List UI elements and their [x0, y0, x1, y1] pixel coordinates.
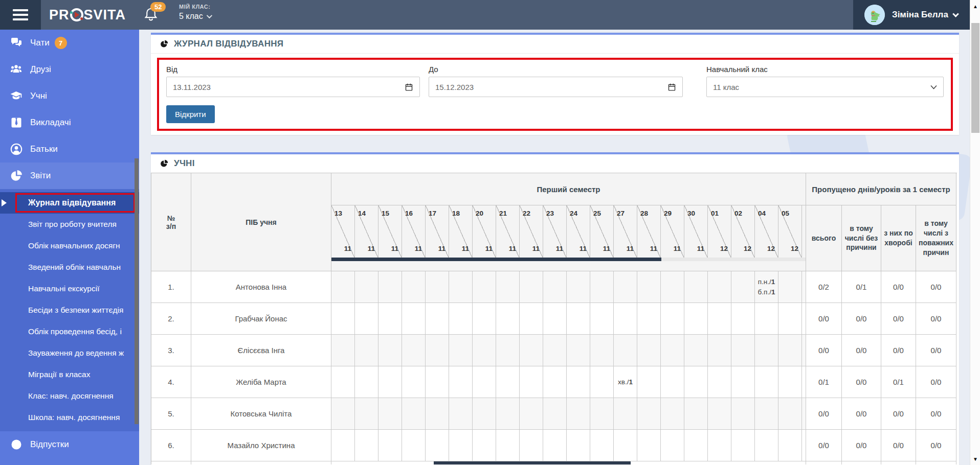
column-header-number: №з/п: [151, 173, 191, 271]
attendance-cell: [378, 303, 402, 335]
app-logo[interactable]: PR SVITA: [49, 0, 126, 30]
attendance-cell-partial: [802, 398, 806, 430]
student-name-cell[interactable]: Котовська Чиліта: [191, 398, 331, 430]
student-name-cell[interactable]: Єлісєєва Інга: [191, 335, 331, 366]
summary-value-cell: 0/0: [842, 366, 881, 398]
sidebar-item-chat[interactable]: Чати7: [0, 30, 139, 56]
attendance-cell: [378, 335, 402, 366]
partial-row-cell: [191, 461, 331, 464]
attendance-cell: [590, 366, 614, 398]
date-to-label: До: [429, 65, 683, 74]
attendance-cell: [449, 430, 473, 461]
attendance-cell: [402, 430, 426, 461]
attendance-cell: [567, 335, 590, 366]
hamburger-icon: [13, 9, 28, 11]
sidebar-item-grad[interactable]: Учні: [0, 83, 139, 109]
user-menu[interactable]: Зіміна Белла: [853, 0, 970, 30]
sidebar-item-pie[interactable]: Звіти: [0, 162, 139, 189]
attendance-cell: [755, 303, 778, 335]
date-month: 12: [767, 245, 775, 252]
attendance-cell: [661, 303, 684, 335]
attendance-cell: [331, 271, 355, 303]
date-header-17-11: 1711: [426, 205, 449, 258]
attendance-cell: [473, 366, 496, 398]
attendance-cell: [708, 430, 731, 461]
attendance-cell: [731, 271, 755, 303]
select-caret-icon: [930, 85, 937, 89]
attendance-cell: [378, 430, 402, 461]
sidebar-item-label: Відпустки: [30, 439, 69, 450]
date-day: 01: [711, 210, 719, 217]
scrollbar-thumb[interactable]: [434, 461, 631, 464]
sidebar-item-label: Друзі: [30, 64, 51, 75]
attendance-cell: [590, 335, 614, 366]
date-month: 11: [368, 245, 375, 252]
row-number-cell: 3.: [151, 335, 191, 366]
submenu-item-3[interactable]: Облік навчальних досягн: [0, 235, 139, 257]
page-scrollbar-thumb[interactable]: [971, 23, 979, 133]
attendance-cell: [449, 398, 473, 430]
date-header-24-11: 2411: [567, 205, 590, 258]
scroll-down-icon[interactable]: ▼: [970, 454, 980, 464]
absence-mark: п.н./1: [758, 277, 775, 287]
table-horizontal-scrollbar: [331, 258, 806, 261]
date-from-input[interactable]: 13.11.2023: [166, 77, 420, 97]
attendance-cell: [708, 398, 731, 430]
submenu-item-8[interactable]: Зауваження до ведення ж: [0, 342, 139, 364]
attendance-cell: [473, 303, 496, 335]
submenu-item-1[interactable]: Журнал відвідування: [0, 192, 139, 214]
date-from-label: Від: [166, 65, 420, 74]
missed-group-header: Пропущено днів/уроків за 1 семестр: [806, 173, 956, 205]
sidebar-item-відпустки[interactable]: Відпустки: [0, 431, 139, 458]
sidebar-scrollbar-thumb[interactable]: [135, 158, 139, 424]
menu-toggle-button[interactable]: [0, 0, 41, 30]
date-month: 11: [697, 245, 704, 252]
attendance-cell: [355, 398, 378, 430]
date-header-28-11: 2811: [637, 205, 661, 258]
attendance-cell: [614, 303, 637, 335]
class-switcher[interactable]: 5 клас: [179, 12, 211, 21]
date-month: 11: [674, 245, 681, 252]
partial-row-cell: [842, 461, 881, 464]
attendance-cell: [402, 398, 426, 430]
submenu-item-11[interactable]: Школа: навч. досягнення: [0, 407, 139, 428]
attendance-cell: [426, 366, 449, 398]
scroll-up-icon[interactable]: ▲: [970, 1, 980, 11]
date-day: 13: [335, 210, 342, 217]
submenu-item-4[interactable]: Зведений облік навчальн: [0, 257, 139, 278]
pie-chart-icon: [160, 159, 168, 168]
sidebar-item-users[interactable]: Друзі: [0, 56, 139, 83]
class-select[interactable]: 11 клас: [706, 77, 944, 97]
open-button[interactable]: Відкрити: [166, 105, 215, 123]
submenu-item-9[interactable]: Міграції в класах: [0, 364, 139, 385]
student-name-cell[interactable]: Мазайло Христина: [191, 430, 331, 461]
student-name-cell[interactable]: Грабчак Йонас: [191, 303, 331, 335]
panel-header: ЖУРНАЛ ВІДВІДУВАННЯ: [151, 35, 959, 54]
summary-value-cell: 0/0: [842, 335, 881, 366]
attendance-cell: [778, 335, 802, 366]
panel-title: ЖУРНАЛ ВІДВІДУВАННЯ: [174, 39, 283, 49]
submenu-item-7[interactable]: Облік проведення бесід, і: [0, 321, 139, 342]
student-name-cell[interactable]: Антонова Інна: [191, 271, 331, 303]
date-to-input[interactable]: 15.12.2023: [429, 77, 683, 97]
scrollbar-thumb[interactable]: [331, 258, 661, 261]
attendance-cell: [331, 398, 355, 430]
attendance-cell: хв./1: [614, 366, 637, 398]
page-scrollbar[interactable]: ▲ ▼: [970, 0, 980, 465]
sidebar-item-person[interactable]: Батьки: [0, 136, 139, 162]
submenu-item-6[interactable]: Бесіди з безпеки життєдія: [0, 299, 139, 321]
attendance-cell: [637, 303, 661, 335]
student-name-cell[interactable]: Желіба Марта: [191, 366, 331, 398]
date-to-group: До 15.12.2023: [429, 65, 683, 97]
sidebar-item-tie[interactable]: Викладачі: [0, 109, 139, 136]
submenu-item-10[interactable]: Клас: навч. досягнення: [0, 385, 139, 407]
sidebar-main-nav: Чати7ДрузіУчніВикладачіБатькиЗвіти: [0, 30, 139, 189]
attendance-cell: [355, 271, 378, 303]
notifications-button[interactable]: 52: [143, 6, 167, 27]
attendance-cell: [402, 271, 426, 303]
attendance-cell: [496, 430, 520, 461]
submenu-item-2[interactable]: Звіт про роботу вчителя: [0, 214, 139, 235]
sidebar-item-ігри[interactable]: Ігри: [0, 458, 139, 465]
notifications-count-badge: 52: [150, 2, 166, 12]
submenu-item-5[interactable]: Навчальні екскурсії: [0, 278, 139, 299]
